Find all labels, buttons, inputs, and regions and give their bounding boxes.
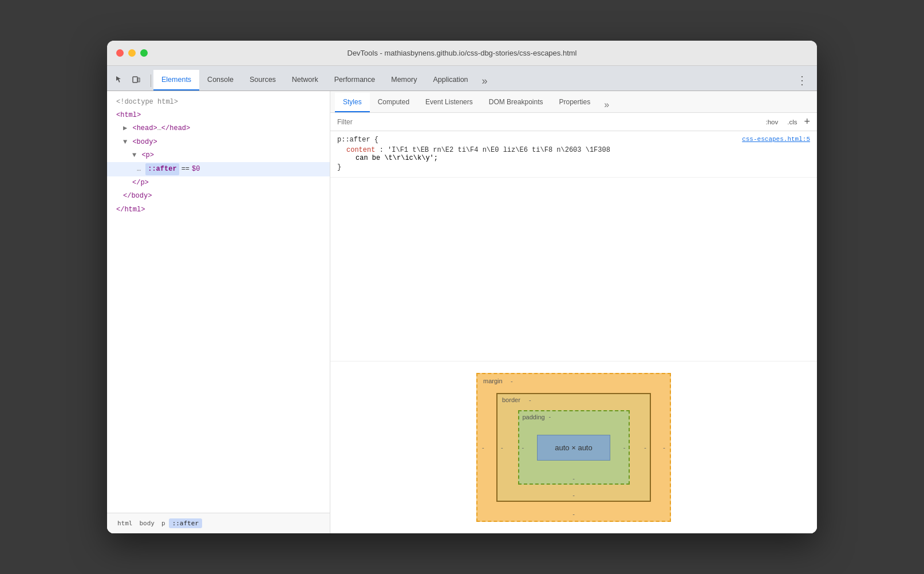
dom-line-html: <html> [107,109,330,122]
padding-right-dash: - [623,444,626,451]
padding-top-dash: - [549,413,551,420]
css-rule: p::after { css-escapes.html:5 content : … [330,131,817,178]
css-property-name: content [346,146,375,154]
css-close-brace: } [337,162,810,172]
device-icon[interactable] [129,72,144,87]
tab-separator [151,74,151,87]
filter-input[interactable] [337,118,763,126]
tab-properties[interactable]: Properties [551,93,598,112]
tab-memory[interactable]: Memory [383,70,425,91]
traffic-lights [116,49,148,57]
dom-tree[interactable]: <!doctype html> <html> ▶ <head>…</head> … [107,91,330,513]
more-tabs-button[interactable]: » [479,75,491,87]
titlebar: DevTools - mathiasbynens.github.io/css-d… [107,41,817,66]
padding-label: padding [523,414,545,420]
box-padding: padding - - - - auto × auto [518,410,630,485]
more-right-tabs-button[interactable]: » [601,100,613,110]
box-content: auto × auto [537,435,610,461]
dom-line-after[interactable]: … ::after == $0 [107,162,330,176]
tab-sources[interactable]: Sources [242,70,284,91]
dom-line-p-open[interactable]: ▼ <p> [107,149,330,162]
breadcrumb-body[interactable]: body [136,518,159,528]
border-right-dash: - [644,444,646,451]
dom-line-html-close: </html> [107,203,330,217]
css-rule-header: p::after { css-escapes.html:5 [337,136,810,144]
box-margin: margin - - - - border - - - - [476,373,671,522]
border-bottom-dash: - [572,492,575,498]
dom-line-body-close: </body> [107,190,330,203]
border-label: border [502,396,520,403]
main-content: <!doctype html> <html> ▶ <head>…</head> … [107,91,817,533]
close-button[interactable] [116,49,124,57]
tab-styles[interactable]: Styles [335,93,370,112]
tab-console[interactable]: Console [199,70,242,91]
right-tabbar: Styles Computed Event Listeners DOM Brea… [330,91,817,113]
tab-event-listeners[interactable]: Event Listeners [417,93,481,112]
add-style-button[interactable]: + [804,116,810,128]
margin-bottom-dash: - [572,510,575,517]
svg-rect-0 [133,77,137,82]
css-selector: p::after { [337,136,378,144]
filter-actions: :hov .cls + [763,116,810,128]
box-model-area: margin - - - - border - - - - [330,361,817,533]
breadcrumb-after[interactable]: ::after [169,518,202,528]
breadcrumb-p[interactable]: p [158,518,169,528]
tab-icon-group [112,72,144,87]
maximize-button[interactable] [140,49,148,57]
margin-right-dash: - [663,444,665,451]
devtools-window: DevTools - mathiasbynens.github.io/css-d… [107,41,817,533]
tab-elements[interactable]: Elements [153,70,199,91]
margin-top-dash: - [511,378,513,384]
padding-bottom-dash: - [572,475,575,482]
svg-rect-1 [138,78,140,82]
dom-panel: <!doctype html> <html> ▶ <head>…</head> … [107,91,330,533]
margin-left-dash: - [482,444,484,451]
border-left-dash: - [501,444,503,451]
dom-line-p-close: </p> [107,176,330,190]
dom-line-body-open[interactable]: ▼ <body> [107,136,330,149]
minimize-button[interactable] [128,49,136,57]
filter-bar: :hov .cls + [330,113,817,131]
padding-left-dash: - [522,444,524,451]
border-top-dash: - [529,396,531,403]
styles-panel: Styles Computed Event Listeners DOM Brea… [330,91,817,533]
tab-computed[interactable]: Computed [370,93,417,112]
hov-button[interactable]: :hov [763,117,780,127]
ellipsis-icon: … [137,164,141,175]
css-property-value: : 'I\F1 t\EB rn\E2 ti\F4 n\E0 liz\E6 ti\… [380,146,610,154]
breadcrumb: html body p ::after [107,513,330,533]
box-border: border - - - - padding - - - - [496,393,651,502]
main-tabbar: Elements Console Sources Network Perform… [107,66,817,91]
breadcrumb-html[interactable]: html [114,518,136,528]
devtools-menu[interactable]: ⋮ [792,73,812,87]
css-content[interactable]: p::after { css-escapes.html:5 content : … [330,131,817,361]
expand-icon: ▶ [123,124,127,132]
css-property-value-continued: can be \t\r\ic\k\y'; [337,154,810,162]
tab-performance[interactable]: Performance [326,70,384,91]
tabbar-end: ⋮ [792,73,812,87]
tab-dom-breakpoints[interactable]: DOM Breakpoints [481,93,551,112]
dom-line-head[interactable]: ▶ <head>…</head> [107,122,330,135]
window-title: DevTools - mathiasbynens.github.io/css-d… [347,49,576,57]
tab-network[interactable]: Network [284,70,326,91]
tab-application[interactable]: Application [425,70,476,91]
inspect-icon[interactable] [112,72,127,87]
dom-line-doctype: <!doctype html> [107,96,330,109]
css-source-link[interactable]: css-escapes.html:5 [742,136,810,143]
box-model: margin - - - - border - - - - [476,373,671,522]
expand-icon: ▼ [132,151,136,159]
box-content-size: auto × auto [555,443,592,452]
expand-icon: ▼ [123,138,127,146]
cls-button[interactable]: .cls [785,117,799,127]
margin-label: margin [483,378,503,384]
css-rule-body: content : 'I\F1 t\EB rn\E2 ti\F4 n\E0 li… [337,146,810,154]
